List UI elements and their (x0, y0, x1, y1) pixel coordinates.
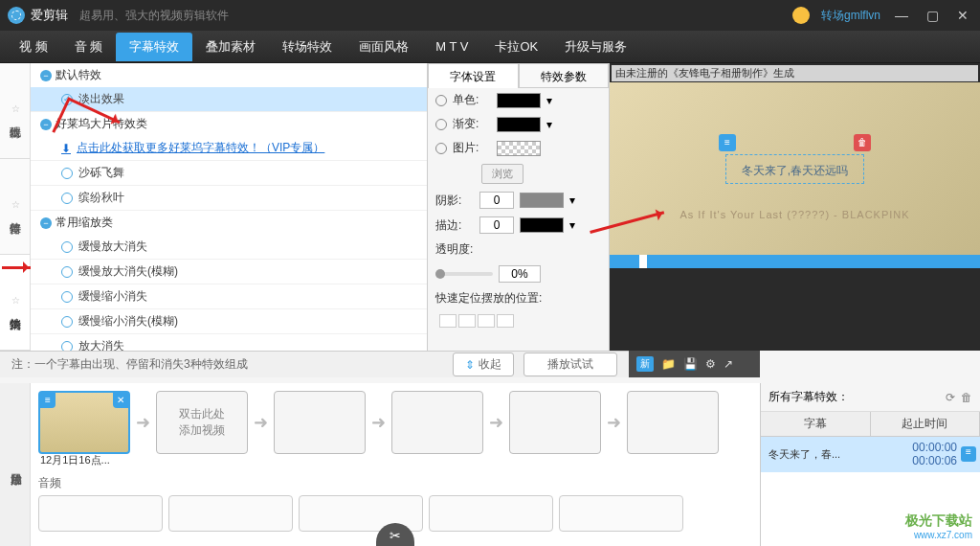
refresh-icon[interactable]: ⟳ (946, 391, 955, 404)
preview-panel: 由未注册的《友锋电子相册制作》生成 ≡ 🗑 冬天来了,春天还远吗 As If I… (610, 63, 980, 351)
star-icon: ☆ (10, 295, 20, 306)
audio-clip[interactable] (559, 495, 683, 532)
label-stroke: 描边: (435, 217, 474, 234)
opacity-slider[interactable] (435, 272, 493, 276)
folder-icon[interactable]: 📁 (661, 357, 676, 371)
stroke-input[interactable] (479, 216, 514, 234)
position-grid[interactable] (439, 314, 514, 328)
delete-icon[interactable]: 🗑 (961, 391, 972, 404)
clip-empty[interactable]: 双击此处 添加视频 (156, 391, 248, 454)
shadow-input[interactable] (479, 192, 514, 209)
stroke-color[interactable] (520, 217, 564, 233)
effect-zoomin-blur[interactable]: 缓慢放大消失(模糊) (31, 260, 427, 284)
effect-fadeout[interactable]: 淡出效果 (31, 87, 427, 112)
tab-upgrade[interactable]: 升级与服务 (551, 33, 640, 61)
clip-menu-icon[interactable]: ≡ (40, 393, 56, 408)
label-opacity: 透明度: (435, 241, 474, 258)
category-default[interactable]: −默认特效 (31, 63, 427, 87)
label-image: 图片: (453, 140, 491, 156)
effect-leaves[interactable]: 缤纷秋叶 (31, 186, 427, 211)
new-badge[interactable]: 新 (636, 356, 654, 372)
dropdown-icon[interactable]: ▾ (569, 193, 575, 207)
vtab-appear[interactable]: ☆出现特效 (0, 63, 30, 159)
tab-transition[interactable]: 转场特效 (269, 33, 345, 61)
audio-clip[interactable] (168, 495, 293, 532)
dropdown-icon[interactable]: ▾ (569, 218, 575, 232)
share-icon[interactable]: ↗ (724, 357, 733, 371)
effect-zoomout-blur[interactable]: 缓慢缩小消失(模糊) (31, 309, 427, 334)
delete-handle-icon[interactable]: 🗑 (854, 134, 871, 151)
clip-empty[interactable] (274, 391, 366, 454)
label-position: 快速定位摆放的位置: (435, 290, 542, 307)
preview-canvas[interactable]: ≡ 🗑 冬天来了,春天还远吗 As If It's Your Last (???… (610, 82, 980, 255)
opacity-value[interactable] (499, 265, 541, 283)
category-hollywood[interactable]: −好莱坞大片特效类 (31, 112, 427, 136)
clip-empty[interactable] (509, 391, 601, 454)
tab-style[interactable]: 画面风格 (345, 33, 422, 61)
avatar[interactable] (792, 7, 810, 24)
collapse-button[interactable]: ⇕收起 (453, 353, 514, 376)
tab-mtv[interactable]: M T V (422, 34, 481, 59)
collapse-icon: − (40, 119, 52, 130)
clip-name: 12月1日16点... (40, 453, 110, 467)
minimize-icon[interactable]: — (892, 6, 911, 25)
ptab-params[interactable]: 特效参数 (519, 63, 610, 88)
vip-link[interactable]: ⬇点击此处获取更多好莱坞字幕特效！（VIP专属） (31, 136, 427, 161)
effect-zoomin[interactable]: 缓慢放大消失 (31, 235, 427, 260)
clip-empty[interactable] (391, 391, 483, 454)
tab-audio[interactable]: 音 频 (61, 33, 117, 61)
play-test-button[interactable]: 播放试试 (523, 353, 617, 376)
maximize-icon[interactable]: ▢ (923, 6, 942, 25)
audio-clip[interactable] (429, 495, 553, 532)
label-solid: 单色: (453, 92, 491, 108)
tab-subtitle-fx[interactable]: 字幕特效 (116, 33, 192, 61)
note-row: 注：一个字幕由出现、停留和消失3种特效组成 ⇕收起 播放试试 (0, 351, 629, 377)
shadow-color[interactable] (520, 193, 564, 208)
app-subtitle: 超易用、强大的视频剪辑软件 (79, 8, 229, 24)
tab-overlay[interactable]: 叠加素材 (192, 33, 269, 61)
label-gradient: 渐变: (453, 116, 491, 132)
progress-bar[interactable] (610, 255, 980, 268)
app-logo-icon (8, 7, 25, 24)
gradient-picker[interactable] (497, 117, 541, 132)
subtitle-list-panel: 所有字幕特效： ⟳ 🗑 字幕 起止时间 冬天来了，春... 00:00:0000… (760, 383, 980, 546)
row-menu-icon[interactable]: ≡ (961, 446, 976, 462)
close-icon[interactable]: ✕ (953, 6, 972, 25)
category-zoom[interactable]: −常用缩放类 (31, 211, 427, 235)
arrow-icon: ➜ (254, 412, 268, 433)
audio-clip[interactable] (38, 495, 163, 532)
clip-close-icon[interactable]: ✕ (113, 393, 128, 408)
clip-empty[interactable] (627, 391, 719, 454)
check-icon (61, 316, 73, 328)
radio-gradient[interactable] (435, 119, 447, 130)
settings-icon[interactable]: ⚙ (705, 357, 716, 371)
ptab-font[interactable]: 字体设置 (428, 63, 519, 88)
arrow-icon: ➜ (607, 412, 621, 433)
check-icon (61, 193, 73, 204)
menu-handle-icon[interactable]: ≡ (719, 134, 736, 151)
subtitle-box[interactable]: ≡ 🗑 冬天来了,春天还远吗 (725, 154, 864, 184)
dropdown-icon[interactable]: ▾ (546, 94, 552, 107)
tab-video[interactable]: 视 频 (6, 33, 61, 61)
arrow-icon: ➜ (489, 412, 503, 433)
subtitle-row[interactable]: 冬天来了，春... 00:00:0000:00:06 ≡ (761, 437, 980, 472)
timeline-label: 已添加片段 (0, 383, 31, 546)
effect-enlarge[interactable]: 放大消失 (31, 334, 427, 351)
panel-title: 所有字幕特效： (768, 389, 940, 405)
tab-karaoke[interactable]: 卡拉OK (481, 33, 551, 61)
arrow-icon: ➜ (371, 412, 386, 433)
effect-zoomout[interactable]: 缓慢缩小消失 (31, 284, 427, 309)
dropdown-icon[interactable]: ▾ (546, 118, 552, 131)
radio-solid[interactable] (435, 95, 447, 106)
vtab-stay[interactable]: ☆停留特效 (0, 159, 30, 255)
check-icon (61, 341, 73, 352)
collapse-icon: − (40, 70, 52, 81)
color-picker[interactable] (497, 93, 541, 108)
save-icon[interactable]: 💾 (683, 357, 698, 371)
note-text: 注：一个字幕由出现、停留和消失3种特效组成 (11, 356, 248, 373)
clip-1[interactable]: ≡ ✕ 12月1日16点... (38, 391, 130, 454)
radio-image[interactable] (435, 143, 447, 154)
vtab-disappear[interactable]: ☆消失特效 (0, 255, 30, 351)
effect-sand[interactable]: 沙砾飞舞 (31, 161, 427, 186)
browse-button[interactable]: 浏览 (481, 164, 523, 184)
